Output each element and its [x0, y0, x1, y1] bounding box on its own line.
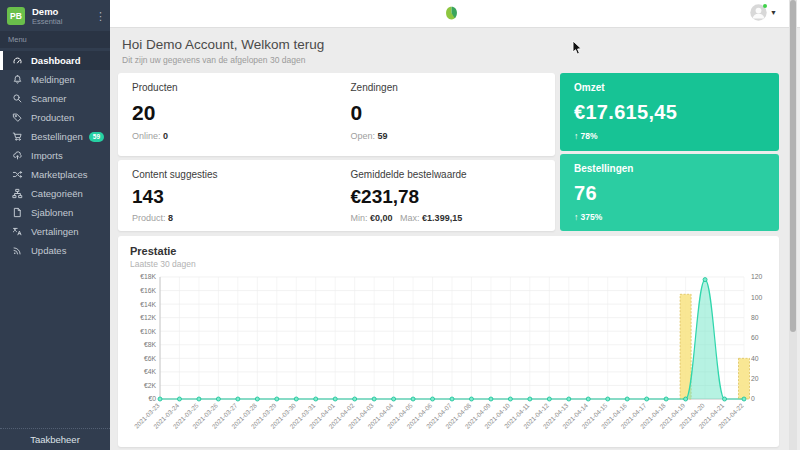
chart-title: Prestatie: [130, 245, 767, 257]
svg-text:€10K: €10K: [140, 328, 156, 335]
sitemap-icon: [12, 188, 23, 199]
highlight-card-bestellingen[interactable]: Bestellingen 76 ↑375%: [560, 154, 779, 232]
highlight-title: Omzet: [574, 82, 765, 93]
stats-row-1: Producten 20 Online: 0 Zendingen 0 Open:…: [118, 73, 555, 156]
orders-count-badge: 59: [89, 132, 104, 142]
svg-text:€4K: €4K: [144, 368, 157, 375]
greeting-subtitle: Dit zijn uw gegevens van de afgelopen 30…: [122, 55, 779, 65]
topbar: ▼: [110, 0, 800, 28]
shuffle-icon: [12, 169, 23, 180]
sidebar-item-label: Vertalingen: [31, 226, 79, 237]
sidebar-item-updates[interactable]: Updates: [0, 241, 110, 260]
highlight-change: ↑375%: [574, 212, 765, 222]
stat-footer: Online: 0: [132, 131, 323, 141]
highlight-value: €17.615,45: [574, 101, 765, 124]
stat-title: Content suggesties: [132, 169, 323, 180]
svg-text:€14K: €14K: [140, 301, 156, 308]
stat-card-producten[interactable]: Producten 20 Online: 0: [118, 73, 337, 156]
highlight-change: ↑78%: [574, 131, 765, 141]
account-info: Demo Essential: [32, 6, 88, 26]
file-icon: [12, 207, 23, 218]
sidebar-item-label: Imports: [31, 150, 63, 161]
svg-text:60: 60: [751, 334, 759, 341]
sidebar-item-vertalingen[interactable]: Vertalingen: [0, 222, 110, 241]
stat-card-bestelwaarde[interactable]: Gemiddelde bestelwaarde €231,78 Min: €0,…: [337, 160, 556, 231]
sidebar-item-imports[interactable]: Imports: [0, 146, 110, 165]
search-icon: [12, 93, 23, 104]
svg-text:120: 120: [751, 273, 763, 280]
sidebar-item-label: Updates: [31, 245, 66, 256]
highlight-value: 76: [574, 182, 765, 205]
stat-value: €231,78: [351, 186, 542, 208]
stats-row-2: Content suggesties 143 Product: 8 Gemidd…: [118, 160, 555, 231]
sidebar-item-label: Marketplaces: [31, 169, 88, 180]
chart-subtitle: Laatste 30 dagen: [130, 259, 767, 269]
svg-text:20: 20: [751, 375, 759, 382]
sidebar-item-categorieen[interactable]: Categorieën: [0, 184, 110, 203]
svg-text:€16K: €16K: [140, 287, 156, 294]
svg-text:€6K: €6K: [144, 355, 157, 362]
stat-footer: Product: 8: [132, 213, 323, 223]
sidebar-item-meldingen[interactable]: Meldingen: [0, 70, 110, 89]
stat-card-content-suggesties[interactable]: Content suggesties 143 Product: 8: [118, 160, 337, 231]
account-plan: Essential: [32, 17, 88, 26]
highlight-card-omzet[interactable]: Omzet €17.615,45 ↑78%: [560, 73, 779, 151]
kebab-menu-icon[interactable]: ⋮: [95, 11, 105, 22]
account-name: Demo: [32, 6, 88, 17]
stat-value: 20: [132, 101, 323, 125]
sidebar-item-label: Sjablonen: [31, 207, 73, 218]
sidebar-item-bestellingen[interactable]: Bestellingen 59: [0, 127, 110, 146]
sidebar: PB Demo Essential ⋮ Menu Dashboard Meldi…: [0, 0, 110, 450]
trend-up-icon: ↑: [574, 131, 579, 141]
sidebar-item-dashboard[interactable]: Dashboard: [0, 51, 110, 70]
rss-icon: [12, 245, 23, 256]
stat-value: 0: [351, 101, 542, 125]
brand-logo: PB: [7, 7, 25, 25]
cart-icon: [12, 131, 23, 142]
sidebar-item-label: Producten: [31, 112, 74, 123]
main-content: Hoi Demo Account, Welkom terug Dit zijn …: [110, 27, 800, 450]
highlight-cards: Omzet €17.615,45 ↑78% Bestellingen 76 ↑3…: [560, 73, 779, 231]
dashboard-icon: [12, 55, 23, 66]
sidebar-item-label: Categorieën: [31, 188, 83, 199]
scrollbar-thumb[interactable]: [790, 0, 796, 332]
translate-icon: [12, 226, 23, 237]
sidebar-item-marketplaces[interactable]: Marketplaces: [0, 165, 110, 184]
stats-grid: Producten 20 Online: 0 Zendingen 0 Open:…: [118, 73, 555, 231]
stat-footer: Open: 59: [351, 131, 542, 141]
avatar: [750, 4, 767, 21]
cloud-upload-icon: [12, 150, 23, 161]
stat-title: Gemiddelde bestelwaarde: [351, 169, 542, 180]
svg-text:100: 100: [751, 294, 763, 301]
trend-up-icon: ↑: [574, 212, 579, 222]
sidebar-item-sjablonen[interactable]: Sjablonen: [0, 203, 110, 222]
svg-text:€2K: €2K: [144, 382, 157, 389]
page-header: Hoi Demo Account, Welkom terug Dit zijn …: [122, 37, 779, 65]
svg-text:€12K: €12K: [140, 314, 156, 321]
stat-title: Zendingen: [351, 82, 542, 93]
svg-text:40: 40: [751, 355, 759, 362]
sidebar-item-label: Scanner: [31, 93, 66, 104]
svg-text:80: 80: [751, 314, 759, 321]
svg-text:€18K: €18K: [140, 273, 156, 280]
dashboard-grid: Producten 20 Online: 0 Zendingen 0 Open:…: [118, 73, 779, 231]
sidebar-item-label: Bestellingen: [31, 131, 83, 142]
performance-chart-panel: Prestatie Laatste 30 dagen €18K€16K€14K€…: [118, 236, 779, 447]
taskmanager-link[interactable]: Taakbeheer: [0, 428, 110, 450]
greeting-title: Hoi Demo Account, Welkom terug: [122, 37, 779, 52]
account-switcher[interactable]: PB Demo Essential ⋮: [0, 0, 110, 31]
sidebar-item-scanner[interactable]: Scanner: [0, 89, 110, 108]
svg-text:€8K: €8K: [144, 341, 157, 348]
user-menu[interactable]: ▼: [750, 4, 777, 21]
sidebar-menu: Dashboard Meldingen Scanner Producten Be…: [0, 51, 110, 260]
chevron-down-icon: ▼: [770, 9, 777, 16]
menu-section-label: Menu: [0, 31, 110, 48]
bell-icon: [12, 74, 23, 85]
app-logo-icon[interactable]: [444, 5, 459, 25]
stat-card-zendingen[interactable]: Zendingen 0 Open: 59: [337, 73, 556, 156]
highlight-title: Bestellingen: [574, 163, 765, 174]
sidebar-item-label: Dashboard: [31, 55, 81, 66]
sidebar-item-label: Meldingen: [31, 74, 75, 85]
sidebar-item-producten[interactable]: Producten: [0, 108, 110, 127]
vertical-scrollbar[interactable]: [789, 0, 797, 450]
